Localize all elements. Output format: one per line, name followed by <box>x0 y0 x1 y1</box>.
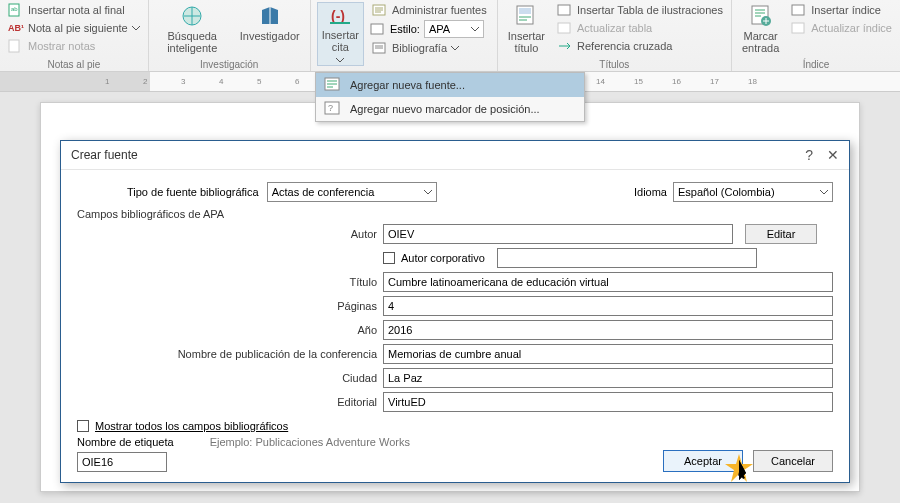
insert-index-icon <box>791 3 807 17</box>
svg-rect-15 <box>792 5 804 15</box>
style-row: Estilo: APA <box>370 20 489 38</box>
chevron-down-icon <box>471 25 479 33</box>
ribbon-group-research: Búsqueda inteligente Investigador Invest… <box>149 0 311 71</box>
dialog-titlebar: Crear fuente ? ✕ <box>61 141 849 170</box>
corp-author-checkbox[interactable] <box>383 252 395 264</box>
cross-ref-icon <box>557 39 573 53</box>
tag-input[interactable] <box>77 452 167 472</box>
city-input[interactable] <box>383 368 833 388</box>
example-text: Ejemplo: Publicaciones Adventure Works <box>210 436 410 448</box>
bibliography-button[interactable]: Bibliografía <box>370 40 489 56</box>
svg-rect-11 <box>558 5 570 15</box>
insert-caption-button[interactable]: Insertar título <box>504 2 549 56</box>
chevron-down-icon <box>451 44 459 52</box>
tag-name-label: Nombre de etiqueta <box>77 436 174 448</box>
mark-entry-button[interactable]: Marcar entrada <box>738 2 783 56</box>
conf-name-input[interactable] <box>383 344 833 364</box>
corp-author-input[interactable] <box>497 248 757 268</box>
show-notes-button[interactable]: Mostrar notas <box>6 38 142 54</box>
author-input[interactable] <box>383 224 733 244</box>
show-all-checkbox[interactable] <box>77 420 89 432</box>
svg-text:(-): (-) <box>331 8 345 24</box>
svg-text:6: 6 <box>295 77 300 86</box>
show-notes-label: Mostrar notas <box>28 40 95 52</box>
insert-index-label: Insertar índice <box>811 4 881 16</box>
city-label: Ciudad <box>77 372 377 384</box>
svg-text:18: 18 <box>748 77 757 86</box>
update-table-label: Actualizar tabla <box>577 22 652 34</box>
svg-rect-10 <box>519 8 531 14</box>
next-footnote-button[interactable]: AB¹ Nota al pie siguiente <box>6 20 142 36</box>
researcher-label: Investigador <box>240 30 300 42</box>
cross-ref-button[interactable]: Referencia cruzada <box>555 38 725 54</box>
mark-entry-icon <box>749 4 773 28</box>
dialog-body: Tipo de fuente bibliográfica Actas de co… <box>61 170 849 482</box>
manage-sources-button[interactable]: Administrar fuentes <box>370 2 489 18</box>
menu-add-new-source[interactable]: Agregar nueva fuente... <box>316 73 584 97</box>
chevron-down-icon <box>424 188 432 196</box>
language-value: Español (Colombia) <box>678 186 775 198</box>
insert-tof-button[interactable]: Insertar Tabla de ilustraciones <box>555 2 725 18</box>
ribbon-group-label: Títulos <box>504 59 725 71</box>
pages-label: Páginas <box>77 300 377 312</box>
close-icon[interactable]: ✕ <box>827 147 839 163</box>
svg-text:15: 15 <box>634 77 643 86</box>
svg-rect-7 <box>371 24 383 34</box>
publisher-label: Editorial <box>77 396 377 408</box>
endnote-button[interactable]: ab Insertar nota al final <box>6 2 142 18</box>
researcher-button[interactable]: Investigador <box>236 2 304 44</box>
svg-text:4: 4 <box>219 77 224 86</box>
apa-fields-label: Campos bibliográficos de APA <box>77 208 833 220</box>
bibliography-label: Bibliografía <box>392 42 447 54</box>
menu-add-placeholder[interactable]: ? Agregar nuevo marcador de posición... <box>316 97 584 121</box>
svg-rect-3 <box>9 40 19 52</box>
insert-citation-button[interactable]: (-) Insertar cita <box>317 2 364 66</box>
ribbon-group-footnotes: ab Insertar nota al final AB¹ Nota al pi… <box>0 0 149 71</box>
author-label: Autor <box>77 228 377 240</box>
update-index-button[interactable]: Actualizar índice <box>789 20 894 36</box>
smart-lookup-label: Búsqueda inteligente <box>159 30 226 54</box>
svg-text:2: 2 <box>143 77 148 86</box>
insert-citation-icon: (-) <box>328 5 352 27</box>
svg-text:16: 16 <box>672 77 681 86</box>
create-source-dialog: Crear fuente ? ✕ Tipo de fuente bibliogr… <box>60 140 850 483</box>
insert-tof-label: Insertar Tabla de ilustraciones <box>577 4 723 16</box>
language-combo[interactable]: Español (Colombia) <box>673 182 833 202</box>
source-type-combo[interactable]: Actas de conferencia <box>267 182 437 202</box>
manage-sources-icon <box>372 3 388 17</box>
ribbon: ab Insertar nota al final AB¹ Nota al pi… <box>0 0 900 72</box>
pages-input[interactable] <box>383 296 833 316</box>
svg-rect-12 <box>558 23 570 33</box>
add-placeholder-icon: ? <box>324 101 342 117</box>
year-label: Año <box>77 324 377 336</box>
source-type-value: Actas de conferencia <box>272 186 375 198</box>
year-input[interactable] <box>383 320 833 340</box>
chevron-down-icon <box>132 24 140 32</box>
insert-caption-label: Insertar título <box>508 30 545 54</box>
style-label: Estilo: <box>390 23 420 35</box>
svg-text:5: 5 <box>257 77 262 86</box>
ribbon-group-captions: Insertar título Insertar Tabla de ilustr… <box>498 0 732 71</box>
cancel-button[interactable]: Cancelar <box>753 450 833 472</box>
smart-lookup-icon <box>180 4 204 28</box>
source-type-label: Tipo de fuente bibliográfica <box>127 186 259 198</box>
svg-text:14: 14 <box>596 77 605 86</box>
smart-lookup-button[interactable]: Búsqueda inteligente <box>155 2 230 56</box>
style-combo[interactable]: APA <box>424 20 484 38</box>
endnote-icon: ab <box>8 3 24 17</box>
next-footnote-icon: AB¹ <box>8 21 24 35</box>
researcher-icon <box>258 4 282 28</box>
bibliography-icon <box>372 41 388 55</box>
publisher-input[interactable] <box>383 392 833 412</box>
dialog-title: Crear fuente <box>71 148 138 162</box>
title-input[interactable] <box>383 272 833 292</box>
tof-icon <box>557 3 573 17</box>
edit-button[interactable]: Editar <box>745 224 817 244</box>
update-table-button[interactable]: Actualizar tabla <box>555 20 725 36</box>
update-index-label: Actualizar índice <box>811 22 892 34</box>
title-label: Título <box>77 276 377 288</box>
insert-index-button[interactable]: Insertar índice <box>789 2 894 18</box>
help-icon[interactable]: ? <box>805 147 813 163</box>
accept-button[interactable]: Aceptar <box>663 450 743 472</box>
insert-citation-label: Insertar cita <box>322 29 359 53</box>
